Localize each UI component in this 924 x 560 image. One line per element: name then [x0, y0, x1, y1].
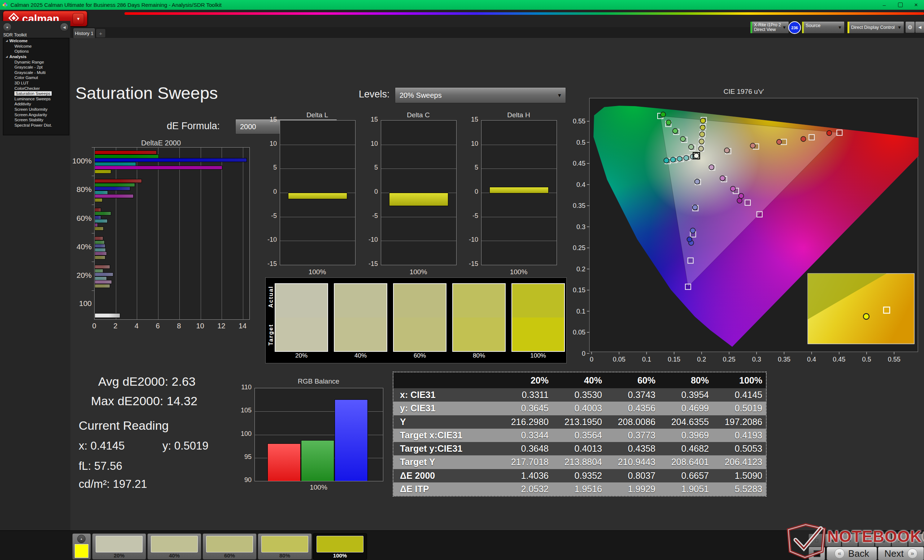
cell-value: 216.2980: [499, 417, 552, 427]
sidebar-collapse-button[interactable]: ◀: [60, 23, 69, 31]
tree-header-analysis[interactable]: ◢Analysis: [3, 54, 69, 60]
tab-history-1[interactable]: History 1: [73, 28, 95, 38]
axis-tick-label: -15: [462, 260, 478, 268]
sidebar-item-dynamic-range[interactable]: Dynamic Range: [3, 59, 69, 64]
sidebar-item-screen-angularity[interactable]: Screen Angularity: [3, 112, 69, 117]
chevron-down-icon: ▼: [897, 25, 902, 30]
table-row[interactable]: Y216.2980213.1950208.0086204.6355197.208…: [393, 415, 766, 429]
levels-dropdown[interactable]: 20% Sweeps ▼: [395, 87, 566, 103]
svg-text:0.5: 0.5: [862, 356, 871, 363]
patch-thumb-40%[interactable]: 40%: [147, 533, 201, 560]
tree-expander-icon[interactable]: ◢: [6, 39, 9, 42]
axis-label: 100%: [381, 268, 456, 276]
cell-value: 0.3773: [606, 430, 659, 440]
sidebar-item-luminance-sweeps[interactable]: Luminance Sweeps: [3, 96, 69, 102]
swatch-actual: [453, 284, 505, 317]
chart-title: Delta L: [280, 111, 355, 119]
logo-dropdown-arrow[interactable]: ▼: [72, 13, 84, 24]
sidebar-item-color-gamut[interactable]: Color Gamut: [3, 75, 69, 81]
tree-item-label: Options: [14, 49, 29, 53]
levels-label: Levels:: [359, 89, 390, 100]
app-icon: [3, 3, 8, 7]
sidebar-item-welcome[interactable]: Welcome: [3, 43, 69, 49]
thumb-label: 80%: [258, 553, 312, 559]
swatch-100%: [512, 283, 565, 352]
table-row[interactable]: Target Y217.7018213.8804210.9443208.6401…: [393, 455, 766, 469]
cell-value: 0.3344: [499, 430, 552, 440]
collapse-panel-button[interactable]: ◀: [915, 21, 924, 33]
source-dropdown[interactable]: Source ▼: [802, 21, 844, 34]
patch-thumb-60%[interactable]: 60%: [202, 533, 256, 560]
minimize-button[interactable]: –: [876, 0, 892, 10]
patch-thumb-80%[interactable]: 80%: [258, 533, 312, 560]
cell-value: 0.3954: [659, 390, 712, 400]
grid-line: [137, 148, 137, 319]
tree-expander-icon[interactable]: ◢: [6, 55, 9, 58]
axis-tick-label: 10: [195, 322, 206, 330]
expand-patches-button[interactable]: ▲: [77, 535, 86, 543]
cell-value: 1.5090: [712, 470, 766, 481]
patch-thumb-100%[interactable]: 100%: [313, 533, 367, 560]
cie-current-dot: [694, 153, 699, 159]
swatch-40%: [334, 283, 387, 352]
axis-tick-label: 15: [462, 116, 478, 123]
grid-line: [381, 217, 456, 217]
cie-measurement-dot: [688, 144, 694, 150]
thumb-label: 60%: [203, 553, 256, 559]
bar-segment: [94, 154, 159, 159]
cell-value: 0.4699: [659, 403, 712, 413]
cell-value: 2.0532: [499, 484, 552, 494]
axis-tick-label: 0: [261, 188, 277, 196]
back-button[interactable]: « Back: [826, 547, 877, 560]
column-header: 20%: [499, 375, 552, 386]
bar-segment: [389, 193, 448, 206]
toolkit-title: SDR Toolkit: [3, 33, 27, 37]
table-row[interactable]: x: CIE310.33110.35300.37430.39540.4145: [393, 388, 766, 401]
tree-header-welcome[interactable]: ◢Welcome: [3, 38, 69, 43]
sidebar-item-screen-stability[interactable]: Screen Stability: [3, 117, 69, 123]
sidebar-item-grayscale-2pt[interactable]: Grayscale - 2pt: [3, 64, 69, 70]
close-button[interactable]: ×: [908, 0, 924, 10]
svg-text:0.1: 0.1: [642, 356, 651, 363]
swatch-label: 40%: [334, 352, 387, 359]
grid-line: [158, 148, 159, 319]
table-row[interactable]: ΔE ITP2.05321.95161.99291.90515.5283: [393, 482, 766, 496]
sidebar-item-3d-lut[interactable]: 3D LUT: [3, 81, 69, 86]
sidebar-item-spectral-power-dist-[interactable]: Spectral Power Dist.: [3, 123, 69, 128]
svg-text:0.2: 0.2: [576, 265, 585, 273]
axis-tick-label: 5: [462, 164, 478, 171]
sidebar-item-screen-uniformity[interactable]: Screen Uniformity: [3, 107, 69, 112]
axis-tick-label: 105: [237, 407, 252, 414]
sidebar-item-additivity[interactable]: Additivity: [3, 101, 69, 107]
meter-dropdown[interactable]: X-Rite i1Pro 2 Direct View ▼: [750, 21, 789, 34]
svg-text:0.4: 0.4: [576, 181, 585, 188]
axis-tick-label: -10: [362, 236, 378, 244]
swatch-80%: [452, 283, 506, 352]
settings-button[interactable]: ⚙: [905, 21, 915, 33]
tree-item-label: Screen Uniformity: [14, 107, 47, 111]
grid-line: [482, 217, 556, 217]
cell-value: 213.8804: [552, 457, 606, 467]
cell-value: 1.9929: [606, 484, 659, 494]
axis-tick-label: 10: [362, 140, 378, 148]
table-row[interactable]: Target y:CIE310.36480.40130.43580.46820.…: [393, 442, 766, 455]
sidebar-item-options[interactable]: Options: [3, 49, 69, 54]
display-control-dropdown[interactable]: Direct Display Control ▼: [847, 21, 904, 34]
patch-thumb-20%[interactable]: 20%: [92, 533, 146, 560]
notebookcheck-shield-icon: [784, 523, 829, 559]
maximize-button[interactable]: [892, 0, 908, 10]
sidebar-pin-button[interactable]: ●: [3, 23, 12, 31]
rainbow-strip: [124, 12, 924, 15]
sidebar-item-colorchecker[interactable]: ColorChecker: [3, 85, 69, 91]
bar-segment: [94, 169, 111, 174]
add-tab-button[interactable]: +: [96, 28, 106, 38]
table-row[interactable]: ΔE 20001.40360.93520.80370.66571.5090: [393, 469, 766, 482]
table-row[interactable]: y: CIE310.36450.40030.43560.46990.5019: [393, 401, 766, 415]
sweep-data-table[interactable]: 20%40%60%80%100%x: CIE310.33110.35300.37…: [393, 372, 766, 497]
sidebar-item-saturation-sweeps[interactable]: Saturation Sweeps: [3, 91, 69, 96]
next-button[interactable]: Next »: [878, 547, 924, 560]
sidebar-item-grayscale-multi[interactable]: Grayscale - Multi: [3, 70, 69, 75]
bar-segment: [94, 265, 110, 269]
grid-line: [482, 241, 556, 241]
table-row[interactable]: Target x:CIE310.33440.35640.37730.39690.…: [393, 429, 766, 442]
